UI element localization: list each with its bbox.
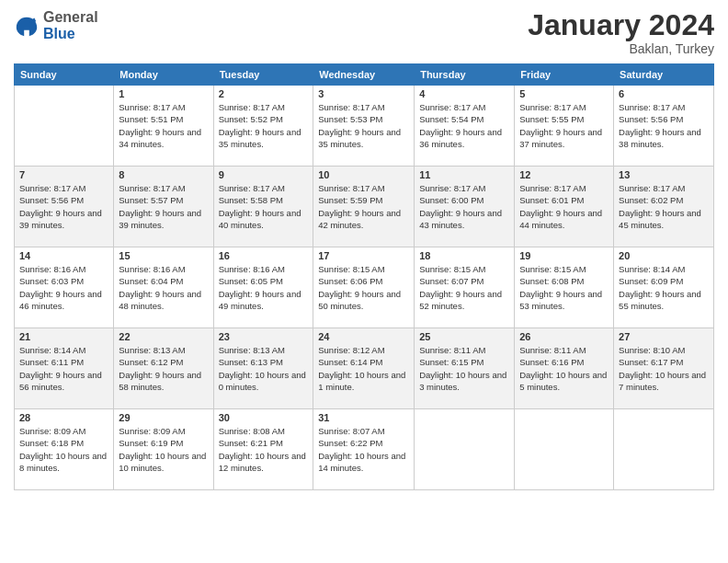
calendar-cell: 27Sunrise: 8:10 AMSunset: 6:17 PMDayligh… — [614, 328, 714, 409]
month-title: January 2024 — [528, 9, 714, 41]
day-number: 14 — [19, 250, 108, 261]
calendar-cell — [515, 409, 614, 490]
calendar-week-4: 21Sunrise: 8:14 AMSunset: 6:11 PMDayligh… — [15, 328, 714, 409]
day-info: Sunrise: 8:17 AMSunset: 5:52 PMDaylight:… — [219, 101, 309, 150]
day-number: 9 — [219, 169, 309, 180]
day-number: 4 — [419, 88, 509, 99]
col-thursday: Thursday — [415, 64, 515, 86]
day-number: 20 — [619, 250, 709, 261]
logo: General Blue — [14, 9, 98, 42]
day-info: Sunrise: 8:11 AMSunset: 6:15 PMDaylight:… — [419, 344, 509, 393]
calendar-cell: 16Sunrise: 8:16 AMSunset: 6:05 PMDayligh… — [213, 247, 313, 328]
day-number: 15 — [119, 250, 208, 261]
calendar-cell: 31Sunrise: 8:07 AMSunset: 6:22 PMDayligh… — [313, 409, 415, 490]
calendar-cell: 11Sunrise: 8:17 AMSunset: 6:00 PMDayligh… — [415, 167, 515, 247]
calendar-cell: 24Sunrise: 8:12 AMSunset: 6:14 PMDayligh… — [313, 328, 415, 409]
calendar-cell: 8Sunrise: 8:17 AMSunset: 5:57 PMDaylight… — [114, 167, 213, 247]
calendar-cell — [15, 86, 114, 167]
day-info: Sunrise: 8:13 AMSunset: 6:12 PMDaylight:… — [119, 344, 208, 393]
calendar-cell: 12Sunrise: 8:17 AMSunset: 6:01 PMDayligh… — [515, 167, 614, 247]
day-number: 29 — [119, 412, 208, 423]
calendar-cell: 3Sunrise: 8:17 AMSunset: 5:53 PMDaylight… — [313, 86, 415, 167]
day-info: Sunrise: 8:09 AMSunset: 6:19 PMDaylight:… — [119, 425, 208, 474]
day-number: 7 — [19, 169, 108, 180]
day-number: 12 — [519, 169, 609, 180]
day-number: 3 — [318, 88, 409, 99]
day-info: Sunrise: 8:15 AMSunset: 6:07 PMDaylight:… — [419, 263, 509, 312]
calendar-cell: 20Sunrise: 8:14 AMSunset: 6:09 PMDayligh… — [614, 247, 714, 328]
calendar-cell: 4Sunrise: 8:17 AMSunset: 5:54 PMDaylight… — [415, 86, 515, 167]
day-info: Sunrise: 8:16 AMSunset: 6:04 PMDaylight:… — [119, 263, 208, 312]
day-number: 13 — [619, 169, 709, 180]
page-header: General Blue January 2024 Baklan, Turkey — [14, 9, 714, 56]
calendar-cell: 1Sunrise: 8:17 AMSunset: 5:51 PMDaylight… — [114, 86, 213, 167]
calendar-cell: 30Sunrise: 8:08 AMSunset: 6:21 PMDayligh… — [213, 409, 313, 490]
calendar-cell: 9Sunrise: 8:17 AMSunset: 5:58 PMDaylight… — [213, 167, 313, 247]
calendar-cell: 22Sunrise: 8:13 AMSunset: 6:12 PMDayligh… — [114, 328, 213, 409]
day-number: 22 — [119, 331, 208, 342]
day-number: 24 — [318, 331, 409, 342]
day-info: Sunrise: 8:17 AMSunset: 5:56 PMDaylight:… — [619, 101, 709, 150]
col-wednesday: Wednesday — [313, 64, 415, 86]
day-number: 30 — [219, 412, 309, 423]
day-info: Sunrise: 8:10 AMSunset: 6:17 PMDaylight:… — [619, 344, 709, 393]
day-number: 25 — [419, 331, 509, 342]
day-info: Sunrise: 8:08 AMSunset: 6:21 PMDaylight:… — [219, 425, 309, 474]
calendar-cell — [415, 409, 515, 490]
day-info: Sunrise: 8:17 AMSunset: 6:00 PMDaylight:… — [419, 182, 509, 231]
day-info: Sunrise: 8:17 AMSunset: 5:54 PMDaylight:… — [419, 101, 509, 150]
calendar-cell: 23Sunrise: 8:13 AMSunset: 6:13 PMDayligh… — [213, 328, 313, 409]
day-number: 5 — [519, 88, 609, 99]
calendar-cell: 7Sunrise: 8:17 AMSunset: 5:56 PMDaylight… — [15, 167, 114, 247]
calendar-cell: 28Sunrise: 8:09 AMSunset: 6:18 PMDayligh… — [15, 409, 114, 490]
day-info: Sunrise: 8:09 AMSunset: 6:18 PMDaylight:… — [19, 425, 108, 474]
header-row: Sunday Monday Tuesday Wednesday Thursday… — [15, 64, 714, 86]
col-saturday: Saturday — [614, 64, 714, 86]
day-info: Sunrise: 8:11 AMSunset: 6:16 PMDaylight:… — [519, 344, 609, 393]
col-tuesday: Tuesday — [213, 64, 313, 86]
calendar-table: Sunday Monday Tuesday Wednesday Thursday… — [14, 63, 714, 490]
day-info: Sunrise: 8:14 AMSunset: 6:11 PMDaylight:… — [19, 344, 108, 393]
day-number: 21 — [19, 331, 108, 342]
day-info: Sunrise: 8:17 AMSunset: 5:53 PMDaylight:… — [318, 101, 409, 150]
calendar-cell: 10Sunrise: 8:17 AMSunset: 5:59 PMDayligh… — [313, 167, 415, 247]
calendar-cell: 5Sunrise: 8:17 AMSunset: 5:55 PMDaylight… — [515, 86, 614, 167]
day-info: Sunrise: 8:17 AMSunset: 6:02 PMDaylight:… — [619, 182, 709, 231]
logo-text: General Blue — [43, 9, 98, 42]
calendar-week-3: 14Sunrise: 8:16 AMSunset: 6:03 PMDayligh… — [15, 247, 714, 328]
day-info: Sunrise: 8:17 AMSunset: 6:01 PMDaylight:… — [519, 182, 609, 231]
day-info: Sunrise: 8:16 AMSunset: 6:05 PMDaylight:… — [219, 263, 309, 312]
day-number: 8 — [119, 169, 208, 180]
title-block: January 2024 Baklan, Turkey — [528, 9, 714, 56]
calendar-cell: 6Sunrise: 8:17 AMSunset: 5:56 PMDaylight… — [614, 86, 714, 167]
day-info: Sunrise: 8:17 AMSunset: 5:51 PMDaylight:… — [119, 101, 208, 150]
day-number: 31 — [318, 412, 409, 423]
calendar-cell: 15Sunrise: 8:16 AMSunset: 6:04 PMDayligh… — [114, 247, 213, 328]
calendar-cell: 21Sunrise: 8:14 AMSunset: 6:11 PMDayligh… — [15, 328, 114, 409]
calendar-week-1: 1Sunrise: 8:17 AMSunset: 5:51 PMDaylight… — [15, 86, 714, 167]
day-number: 10 — [318, 169, 409, 180]
day-info: Sunrise: 8:17 AMSunset: 5:58 PMDaylight:… — [219, 182, 309, 231]
day-info: Sunrise: 8:17 AMSunset: 5:55 PMDaylight:… — [519, 101, 609, 150]
day-info: Sunrise: 8:17 AMSunset: 5:59 PMDaylight:… — [318, 182, 409, 231]
calendar-container: General Blue January 2024 Baklan, Turkey… — [0, 0, 728, 563]
col-friday: Friday — [515, 64, 614, 86]
calendar-cell: 18Sunrise: 8:15 AMSunset: 6:07 PMDayligh… — [415, 247, 515, 328]
day-info: Sunrise: 8:15 AMSunset: 6:08 PMDaylight:… — [519, 263, 609, 312]
day-number: 18 — [419, 250, 509, 261]
day-number: 23 — [219, 331, 309, 342]
calendar-cell: 17Sunrise: 8:15 AMSunset: 6:06 PMDayligh… — [313, 247, 415, 328]
day-info: Sunrise: 8:17 AMSunset: 5:56 PMDaylight:… — [19, 182, 108, 231]
calendar-cell: 13Sunrise: 8:17 AMSunset: 6:02 PMDayligh… — [614, 167, 714, 247]
day-number: 11 — [419, 169, 509, 180]
day-number: 6 — [619, 88, 709, 99]
calendar-week-2: 7Sunrise: 8:17 AMSunset: 5:56 PMDaylight… — [15, 167, 714, 247]
col-sunday: Sunday — [15, 64, 114, 86]
logo-icon — [14, 13, 40, 39]
calendar-cell: 14Sunrise: 8:16 AMSunset: 6:03 PMDayligh… — [15, 247, 114, 328]
day-info: Sunrise: 8:15 AMSunset: 6:06 PMDaylight:… — [318, 263, 409, 312]
day-number: 19 — [519, 250, 609, 261]
day-info: Sunrise: 8:07 AMSunset: 6:22 PMDaylight:… — [318, 425, 409, 474]
day-number: 17 — [318, 250, 409, 261]
day-info: Sunrise: 8:12 AMSunset: 6:14 PMDaylight:… — [318, 344, 409, 393]
